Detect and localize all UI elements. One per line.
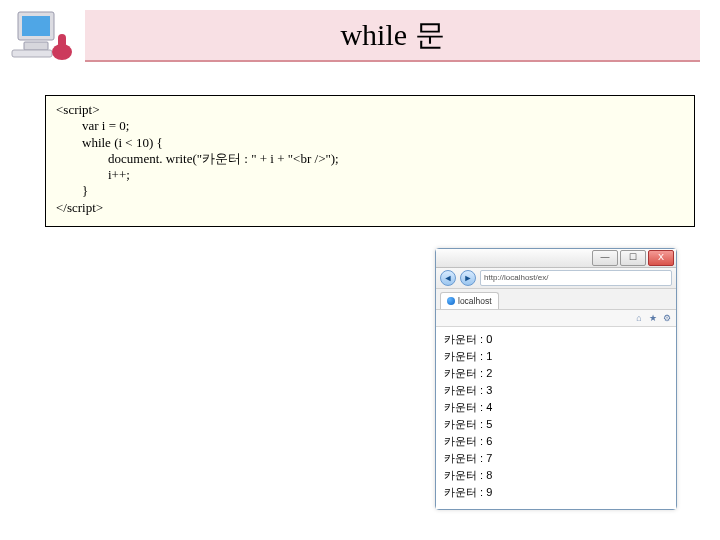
- code-line: }: [56, 183, 684, 199]
- ie-icon: [447, 297, 455, 305]
- tab-row: localhost: [436, 289, 676, 310]
- slide-title: while 문: [340, 15, 444, 56]
- code-line: while (i < 10) {: [56, 135, 684, 151]
- output-line: 카운터 : 2: [444, 365, 668, 382]
- code-block: <script>var i = 0;while (i < 10) {docume…: [45, 95, 695, 227]
- nav-forward-button[interactable]: ►: [460, 270, 476, 286]
- computer-icon: [10, 6, 80, 66]
- address-bar-row: ◄ ► http://localhost/ex/: [436, 268, 676, 289]
- nav-back-button[interactable]: ◄: [440, 270, 456, 286]
- output-line: 카운터 : 4: [444, 399, 668, 416]
- svg-rect-2: [24, 42, 48, 50]
- output-line: 카운터 : 8: [444, 467, 668, 484]
- svg-rect-1: [22, 16, 50, 36]
- minimize-button[interactable]: —: [592, 250, 618, 266]
- svg-rect-3: [12, 50, 52, 57]
- output-line: 카운터 : 9: [444, 484, 668, 501]
- slide-title-bar: while 문: [85, 10, 700, 62]
- code-line: i++;: [56, 167, 684, 183]
- code-line: var i = 0;: [56, 118, 684, 134]
- output-line: 카운터 : 5: [444, 416, 668, 433]
- browser-window: — ☐ X ◄ ► http://localhost/ex/ localhost…: [435, 248, 677, 510]
- browser-tab[interactable]: localhost: [440, 292, 499, 309]
- svg-rect-5: [58, 34, 66, 48]
- output-line: 카운터 : 3: [444, 382, 668, 399]
- output-line: 카운터 : 0: [444, 331, 668, 348]
- close-button[interactable]: X: [648, 250, 674, 266]
- browser-page: 카운터 : 0카운터 : 1카운터 : 2카운터 : 3카운터 : 4카운터 :…: [436, 327, 676, 509]
- window-titlebar: — ☐ X: [436, 249, 676, 268]
- url-input[interactable]: http://localhost/ex/: [480, 270, 672, 286]
- browser-toolbar: ⌂ ★ ⚙: [436, 310, 676, 327]
- output-line: 카운터 : 6: [444, 433, 668, 450]
- tools-icon[interactable]: ⚙: [662, 313, 672, 323]
- output-line: 카운터 : 1: [444, 348, 668, 365]
- favorites-icon[interactable]: ★: [648, 313, 658, 323]
- tab-label: localhost: [458, 293, 492, 309]
- maximize-button[interactable]: ☐: [620, 250, 646, 266]
- output-line: 카운터 : 7: [444, 450, 668, 467]
- code-line: document. write("카운터 : " + i + "<br />")…: [56, 151, 684, 167]
- home-icon[interactable]: ⌂: [634, 313, 644, 323]
- code-line: </script>: [56, 200, 684, 216]
- code-line: <script>: [56, 102, 684, 118]
